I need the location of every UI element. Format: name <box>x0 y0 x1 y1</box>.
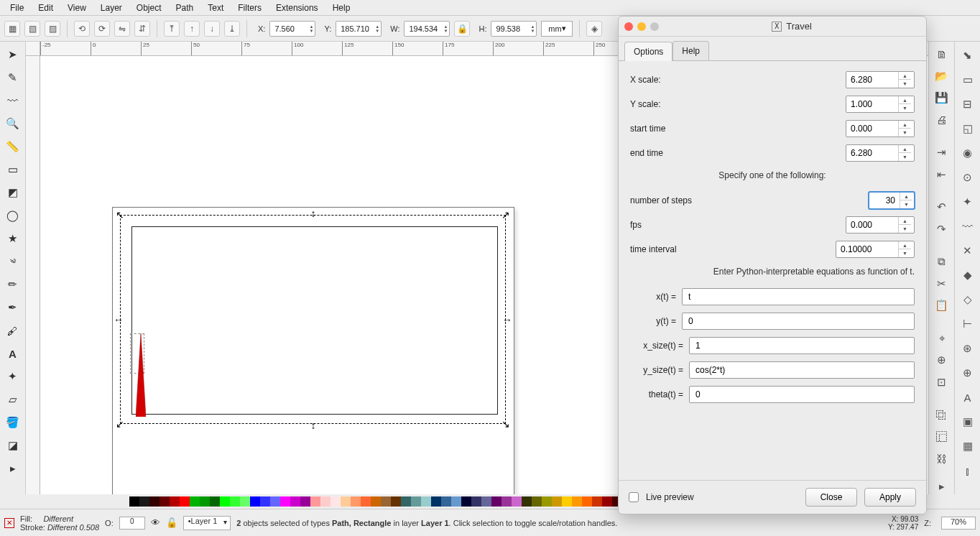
pencil-tool-icon[interactable]: ✏ <box>3 274 23 295</box>
snap-guide-icon[interactable]: ⫿ <box>958 461 977 480</box>
swatch[interactable] <box>471 496 481 507</box>
unit-select[interactable]: mm ▾ <box>541 21 573 37</box>
swatch[interactable] <box>230 496 240 507</box>
opacity-field[interactable]: 0 <box>119 517 145 530</box>
rotate-ccw-icon[interactable]: ⟲ <box>74 21 90 37</box>
minimize-window-icon[interactable] <box>637 22 646 31</box>
layer-selector[interactable]: •Layer 1 <box>183 516 231 530</box>
menu-filters[interactable]: Filters <box>231 1 269 14</box>
snap-bbox-icon[interactable]: ▭ <box>958 70 977 89</box>
swatch[interactable] <box>562 496 572 507</box>
swatch[interactable] <box>451 496 461 507</box>
swatch[interactable] <box>290 496 300 507</box>
snap-page-icon[interactable]: ▣ <box>958 412 977 431</box>
live-preview-checkbox[interactable] <box>629 492 639 502</box>
rectangle-object[interactable] <box>131 226 498 415</box>
swatch[interactable] <box>532 496 542 507</box>
deselect-icon[interactable]: ▨ <box>45 21 60 37</box>
redo-icon[interactable]: ↷ <box>933 221 951 237</box>
menu-file[interactable]: File <box>3 1 31 14</box>
handle-w[interactable]: ↔ <box>114 315 123 324</box>
path-object[interactable] <box>136 333 146 417</box>
snap-rotation-icon[interactable]: ⊕ <box>958 364 977 382</box>
bucket-tool-icon[interactable]: 🪣 <box>3 412 23 433</box>
menu-extensions[interactable]: Extensions <box>269 1 325 14</box>
zoom-page-icon[interactable]: ⊡ <box>933 374 951 390</box>
snap-edge-icon[interactable]: ⊟ <box>958 95 977 114</box>
snap-object-center-icon[interactable]: ⊛ <box>958 339 977 358</box>
fps-field[interactable]: ▲▼ <box>846 216 915 234</box>
swatch[interactable] <box>149 496 160 507</box>
calligraphy-tool-icon[interactable]: 🖋 <box>3 320 23 341</box>
dialog-titlebar[interactable]: XTravel <box>619 17 926 37</box>
menu-text[interactable]: Text <box>200 1 231 14</box>
swatch[interactable] <box>220 496 230 507</box>
w-field[interactable]: 194.534▲▼ <box>404 21 450 37</box>
swatch[interactable] <box>330 496 341 507</box>
layer-lock-icon[interactable]: 🔓 <box>166 517 177 528</box>
swatch[interactable] <box>129 496 139 507</box>
handle-nw[interactable]: ↖ <box>116 211 124 219</box>
box3d-tool-icon[interactable]: ◩ <box>3 182 23 203</box>
swatch[interactable] <box>139 496 149 507</box>
raise-icon[interactable]: ↑ <box>184 21 200 37</box>
handle-e[interactable]: ↔ <box>503 315 512 324</box>
gradient-tool-icon[interactable]: ◪ <box>3 435 23 456</box>
text-tool-icon[interactable]: A <box>3 343 23 364</box>
copy-icon[interactable]: ⧉ <box>933 254 951 270</box>
tab-help[interactable]: Help <box>672 41 709 60</box>
nsteps-field[interactable]: ▲▼ <box>869 192 915 209</box>
swatch[interactable] <box>431 496 441 507</box>
export-icon[interactable]: ⇤ <box>933 167 951 183</box>
fill-value[interactable]: Different <box>43 514 73 523</box>
handle-se[interactable]: ↘ <box>501 420 510 428</box>
swatch[interactable] <box>552 496 562 507</box>
swatch[interactable] <box>602 496 612 507</box>
bezier-tool-icon[interactable]: ✒ <box>3 297 23 318</box>
open-doc-icon[interactable]: 📂 <box>933 68 951 85</box>
swatch[interactable] <box>210 496 220 507</box>
select-in-layers-icon[interactable]: ▧ <box>24 21 40 37</box>
yt-field[interactable] <box>682 313 915 330</box>
swatch[interactable] <box>280 496 290 507</box>
palette-swatches[interactable] <box>129 496 632 507</box>
snap-text-icon[interactable]: A <box>958 388 977 407</box>
menu-layer[interactable]: Layer <box>93 1 129 14</box>
zoom-field[interactable]: 70% <box>941 517 976 530</box>
zoom-draw-icon[interactable]: ⊕ <box>933 352 951 369</box>
cut-icon[interactable]: ✂ <box>933 275 951 292</box>
swatch[interactable] <box>381 496 391 507</box>
tweak-tool-icon[interactable]: 〰 <box>3 91 23 111</box>
lock-aspect-icon[interactable]: 🔒 <box>454 21 470 37</box>
snap-intersection-icon[interactable]: ✕ <box>958 241 977 260</box>
spiral-tool-icon[interactable]: ༄ <box>3 251 23 272</box>
time-interval-field[interactable]: ▲▼ <box>836 241 915 258</box>
handle-ne[interactable]: ↗ <box>501 211 510 219</box>
zoom-window-icon[interactable] <box>650 22 659 31</box>
snap-path-icon[interactable]: 〰 <box>958 217 977 236</box>
swatch[interactable] <box>260 496 270 507</box>
expand-right-icon[interactable]: ▸ <box>933 478 951 494</box>
swatch[interactable] <box>441 496 451 507</box>
transform-affect-icon[interactable]: ◈ <box>586 21 602 37</box>
handle-sw[interactable]: ↙ <box>116 420 124 428</box>
duplicate-icon[interactable]: ⿻ <box>933 407 951 423</box>
swatch[interactable] <box>170 496 180 507</box>
print-icon[interactable]: 🖨 <box>933 112 951 129</box>
yscale-field[interactable]: ▲▼ <box>846 96 915 113</box>
y-field[interactable]: 185.710▲▼ <box>336 21 382 37</box>
layer-visible-icon[interactable]: 👁 <box>151 517 160 528</box>
menu-object[interactable]: Object <box>129 1 169 14</box>
end-time-field[interactable]: ▲▼ <box>846 144 915 162</box>
x-field[interactable]: 7.560▲▼ <box>269 21 315 37</box>
flip-v-icon[interactable]: ⇵ <box>134 21 150 37</box>
xsize-field[interactable] <box>689 337 915 354</box>
handle-s[interactable]: ↕ <box>309 421 318 430</box>
swatch[interactable] <box>491 496 501 507</box>
menu-help[interactable]: Help <box>325 1 358 14</box>
node-tool-icon[interactable]: ✎ <box>3 68 23 88</box>
swatch[interactable] <box>512 496 522 507</box>
save-doc-icon[interactable]: 💾 <box>933 90 951 106</box>
ysize-field[interactable] <box>689 361 915 379</box>
snap-enable-icon[interactable]: ⬊ <box>958 46 977 65</box>
